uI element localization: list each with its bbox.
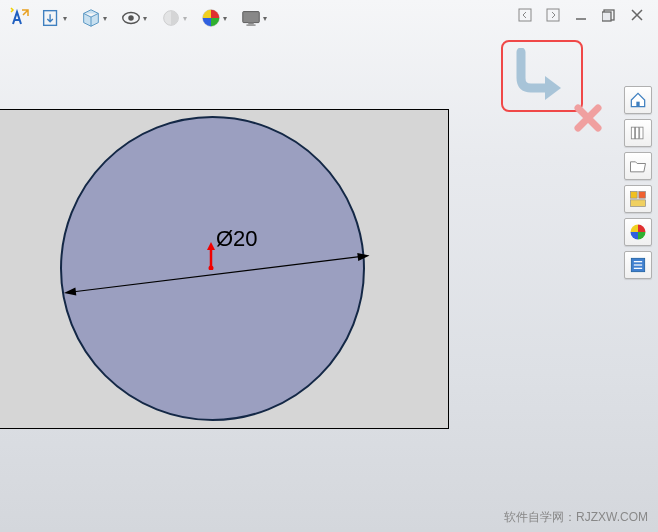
home-button[interactable] <box>624 86 652 114</box>
visibility-button[interactable]: ▾ <box>118 4 148 32</box>
svg-point-27 <box>209 266 214 271</box>
svg-rect-17 <box>631 192 638 199</box>
cube-view-button[interactable]: ▾ <box>78 4 108 32</box>
svg-rect-9 <box>547 9 559 21</box>
svg-rect-6 <box>248 23 254 25</box>
svg-point-2 <box>128 15 134 21</box>
chevron-down-icon: ▾ <box>223 14 227 23</box>
chevron-down-icon: ▾ <box>183 14 187 23</box>
import-button[interactable]: ▾ <box>38 4 68 32</box>
dimension-label[interactable]: Ø20 <box>216 226 258 252</box>
chevron-down-icon: ▾ <box>143 14 147 23</box>
section-button[interactable]: ▾ <box>158 4 188 32</box>
library-button[interactable] <box>624 119 652 147</box>
svg-rect-18 <box>639 192 646 199</box>
svg-rect-8 <box>519 9 531 21</box>
minimize-button[interactable] <box>574 8 588 22</box>
svg-rect-19 <box>631 200 646 207</box>
svg-rect-15 <box>636 127 639 139</box>
cancel-icon[interactable] <box>574 104 602 136</box>
open-folder-button[interactable] <box>624 152 652 180</box>
maximize-button[interactable] <box>602 8 616 22</box>
svg-rect-5 <box>242 12 259 23</box>
svg-rect-14 <box>631 127 634 139</box>
chevron-down-icon: ▾ <box>103 14 107 23</box>
exit-sketch-highlight <box>501 40 583 112</box>
chevron-down-icon: ▾ <box>63 14 67 23</box>
svg-rect-7 <box>246 24 255 25</box>
confirm-corner-icon[interactable] <box>513 48 571 104</box>
chevron-down-icon: ▾ <box>263 14 267 23</box>
svg-rect-16 <box>640 127 643 139</box>
appearances-button[interactable] <box>624 218 652 246</box>
nav-prev-button[interactable] <box>518 8 532 22</box>
window-controls <box>518 8 644 22</box>
svg-rect-13 <box>636 102 639 107</box>
appearance-button[interactable]: ▾ <box>198 4 228 32</box>
rebuild-button[interactable] <box>6 4 36 32</box>
top-toolbar: ▾ ▾ ▾ ▾ ▾ <box>6 4 268 32</box>
watermark: 软件自学网：RJZXW.COM <box>504 509 648 526</box>
display-button[interactable]: ▾ <box>238 4 268 32</box>
properties-button[interactable] <box>624 251 652 279</box>
sketch-viewport[interactable]: Ø20 <box>0 109 449 429</box>
nav-next-button[interactable] <box>546 8 560 22</box>
close-button[interactable] <box>630 8 644 22</box>
view-palette-button[interactable] <box>624 185 652 213</box>
task-pane <box>624 86 652 279</box>
svg-rect-12 <box>602 12 611 21</box>
